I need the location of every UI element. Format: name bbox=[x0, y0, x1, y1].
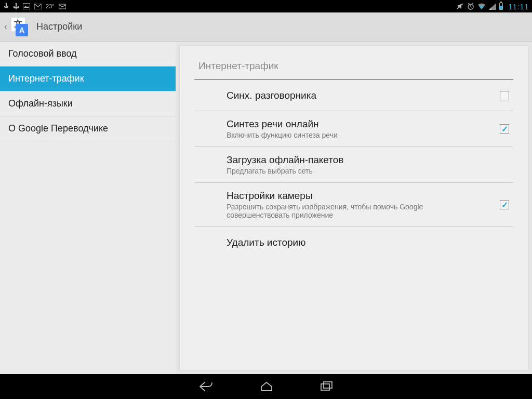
status-bar: 23° 11:11 bbox=[0, 0, 532, 12]
pref-subtitle: Разрешить сохранять изображения, чтобы п… bbox=[227, 203, 455, 219]
pref-subtitle: Предлагать выбрать сеть bbox=[227, 167, 455, 175]
pref-offline-download[interactable]: Загрузка офлайн-пакетов Предлагать выбра… bbox=[194, 147, 513, 183]
status-right: 11:11 bbox=[457, 2, 529, 11]
image-icon bbox=[23, 3, 30, 9]
pref-clear-history[interactable]: Удалить историю bbox=[194, 227, 513, 258]
message-icon bbox=[59, 4, 66, 9]
pref-online-tts[interactable]: Синтез речи онлайн Включить функцию синт… bbox=[194, 111, 513, 147]
back-nav-icon[interactable] bbox=[198, 381, 213, 392]
section-header: Интернет-трафик bbox=[194, 46, 513, 80]
temperature-indicator: 23° bbox=[46, 3, 55, 9]
pref-title: Настройки камеры bbox=[227, 190, 500, 202]
gmail-icon bbox=[34, 4, 42, 9]
battery-icon bbox=[499, 3, 503, 10]
pref-title: Загрузка офлайн-пакетов bbox=[227, 154, 509, 166]
alarm-icon bbox=[467, 3, 474, 10]
detail-panel-wrap: Интернет-трафик Синх. разговорника Синте… bbox=[176, 42, 532, 374]
navigation-bar bbox=[0, 374, 532, 399]
pref-subtitle: Включить функцию синтеза речи bbox=[227, 131, 455, 139]
screen: 23° 11:11 ‹ 文 bbox=[0, 0, 532, 399]
checkbox-checked-icon[interactable]: ✓ bbox=[500, 200, 509, 209]
cell-signal-icon bbox=[489, 3, 496, 10]
settings-sidebar: Голосовой ввод Интернет-трафик Офлайн-яз… bbox=[0, 42, 176, 374]
pref-title: Синтез речи онлайн bbox=[227, 118, 500, 130]
wifi-icon bbox=[477, 3, 486, 10]
usb-debug-icon bbox=[3, 3, 9, 10]
sidebar-item-about[interactable]: О Google Переводчике bbox=[0, 116, 176, 141]
home-nav-icon[interactable] bbox=[260, 381, 273, 392]
action-bar: ‹ 文 A Настройки bbox=[0, 12, 532, 42]
checkbox-icon[interactable] bbox=[500, 91, 509, 100]
svg-rect-6 bbox=[324, 382, 332, 388]
page-title: Настройки bbox=[36, 21, 82, 32]
mute-icon bbox=[457, 3, 464, 10]
clock: 11:11 bbox=[508, 2, 529, 11]
svg-rect-5 bbox=[321, 384, 329, 390]
pref-title: Удалить историю bbox=[227, 237, 509, 248]
detail-panel: Интернет-трафик Синх. разговорника Синте… bbox=[180, 46, 528, 370]
svg-rect-0 bbox=[23, 3, 30, 9]
usb-icon bbox=[14, 3, 19, 10]
pref-title: Синх. разговорника bbox=[227, 90, 500, 101]
sidebar-item-offline-languages[interactable]: Офлайн-языки bbox=[0, 91, 176, 116]
sidebar-item-internet-traffic[interactable]: Интернет-трафик bbox=[0, 66, 176, 91]
sidebar-item-voice-input[interactable]: Голосовой ввод bbox=[0, 42, 176, 66]
content-body: Голосовой ввод Интернет-трафик Офлайн-яз… bbox=[0, 42, 532, 374]
translate-app-icon[interactable]: 文 A bbox=[8, 17, 29, 37]
pref-camera-settings[interactable]: Настройки камеры Разрешить сохранять изо… bbox=[194, 183, 513, 227]
status-left: 23° bbox=[3, 3, 66, 10]
pref-sync-phrasebook[interactable]: Синх. разговорника bbox=[194, 80, 513, 111]
checkbox-checked-icon[interactable]: ✓ bbox=[500, 124, 509, 134]
recent-nav-icon[interactable] bbox=[320, 381, 334, 392]
back-icon[interactable]: ‹ bbox=[4, 21, 7, 32]
